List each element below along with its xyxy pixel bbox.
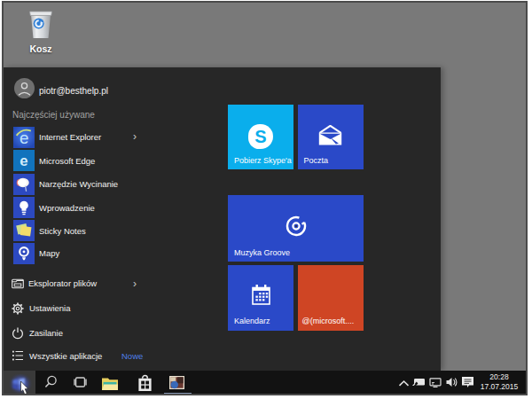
svg-text:e: e <box>20 153 27 169</box>
